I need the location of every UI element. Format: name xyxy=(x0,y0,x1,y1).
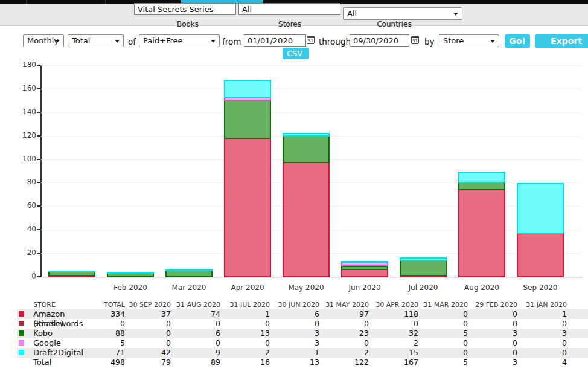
value-cell: 15 xyxy=(372,348,422,358)
bar-segment-kobo[interactable] xyxy=(283,135,330,164)
through-date-input[interactable] xyxy=(350,34,409,47)
value-cell: 0 xyxy=(125,319,174,329)
stores-filter-label: Stores xyxy=(257,20,323,28)
store-name-cell: Total xyxy=(17,358,91,367)
bar-segment-amazon-kindle-[interactable] xyxy=(341,269,388,277)
bar-segment-draft2digital[interactable] xyxy=(224,80,271,98)
bar-segment-draft2digital[interactable] xyxy=(165,269,213,271)
bar-segment-draft2digital[interactable] xyxy=(517,183,564,234)
store-name-cell: Kobo xyxy=(17,329,91,338)
value-cell: 1 xyxy=(521,309,570,319)
x-axis-label: Jul 2020 xyxy=(394,283,453,292)
sales-stacked-bar-chart: 020406080100120140160180Feb 2020Mar 2020… xyxy=(0,60,588,298)
store-name-cell: Smashwords xyxy=(17,319,91,329)
calendar-icon[interactable]: 31 xyxy=(307,36,315,44)
row-filler xyxy=(570,319,588,329)
group-by-select[interactable]: Store xyxy=(439,34,499,47)
bar-segment-kobo[interactable] xyxy=(458,182,505,190)
value-cell: 118 xyxy=(372,309,422,319)
y-axis-label: 80 xyxy=(10,178,36,186)
y-axis-label: 20 xyxy=(10,248,36,257)
store-name: Total xyxy=(33,358,51,367)
column-header: 31 MAR 2020 xyxy=(422,300,471,309)
from-date-input[interactable] xyxy=(244,34,306,47)
value-cell: 13 xyxy=(224,329,273,338)
value-cell: 0 xyxy=(174,338,224,348)
calendar-icon-number: 31 xyxy=(412,39,418,43)
bar-segment-draft2digital[interactable] xyxy=(48,271,95,272)
value-cell: 1 xyxy=(273,348,323,358)
value-cell: 0 xyxy=(471,309,521,319)
y-axis-tick xyxy=(37,65,41,66)
column-header: TOTAL xyxy=(91,300,125,309)
value-cell: 3 xyxy=(273,338,323,348)
calendar-icon-top xyxy=(412,36,418,38)
value-cell: 89 xyxy=(174,358,224,367)
legend-swatch xyxy=(19,350,24,355)
value-cell: 9 xyxy=(174,348,224,358)
row-filler xyxy=(570,309,588,319)
x-axis-label: May 2020 xyxy=(276,283,336,292)
bar-segment-amazon-kindle-[interactable] xyxy=(517,233,564,277)
value-cell: 32 xyxy=(372,329,422,338)
y-axis-tick xyxy=(37,205,41,207)
store-name-cell: Draft2Digital xyxy=(17,348,91,358)
sale-type-value: Paid+Free xyxy=(143,36,183,45)
value-cell: 167 xyxy=(372,358,422,367)
column-header: 31 JUL 2020 xyxy=(224,300,273,309)
value-cell: 23 xyxy=(323,329,372,338)
go-button[interactable]: Go! xyxy=(505,34,530,48)
column-header: 31 AUG 2020 xyxy=(174,300,224,309)
y-axis-tick xyxy=(37,88,41,89)
value-cell: 1 xyxy=(224,309,273,319)
value-cell: 0 xyxy=(125,329,174,338)
bar-segment-draft2digital[interactable] xyxy=(107,272,154,274)
bar-segment-amazon-kindle-[interactable] xyxy=(224,138,271,277)
bar-segment-amazon-kindle-[interactable] xyxy=(458,189,505,277)
by-label: by xyxy=(424,37,435,47)
row-filler xyxy=(570,338,588,348)
value-cell: 0 xyxy=(422,309,471,319)
bar-segment-draft2digital[interactable] xyxy=(283,133,330,137)
store-name-cell: Amazon (Kindle) xyxy=(17,309,91,319)
stores-filter-input[interactable] xyxy=(238,3,340,15)
calendar-icon-number: 31 xyxy=(307,39,314,43)
y-axis-tick xyxy=(37,276,41,277)
gridline xyxy=(41,112,581,113)
store-name: Kobo xyxy=(33,329,53,338)
column-header: 31 MAY 2020 xyxy=(323,300,372,309)
value-cell: 0 xyxy=(521,319,570,329)
value-cell: 0 xyxy=(125,338,174,348)
calendar-icon[interactable]: 31 xyxy=(411,36,419,44)
header-filler xyxy=(570,300,588,309)
bar-segment-amazon-kindle-[interactable] xyxy=(283,162,330,277)
export-csv-option[interactable]: CSV xyxy=(283,48,309,59)
group-by-value: Store xyxy=(443,36,464,45)
metric-value: Total xyxy=(72,36,90,45)
value-cell: 0 xyxy=(372,319,422,329)
chevron-down-icon xyxy=(55,40,60,43)
value-cell: 2 xyxy=(372,338,422,348)
table-row: Draft2Digital7142921215000 xyxy=(17,348,588,358)
value-cell: 5 xyxy=(91,338,125,348)
bar-segment-kobo[interactable] xyxy=(224,100,271,138)
table-row: Amazon (Kindle)33437741697118001 xyxy=(17,309,588,319)
store-name-cell: Google xyxy=(17,338,91,348)
metric-select[interactable]: Total xyxy=(68,34,124,47)
y-axis-tick xyxy=(37,253,41,254)
column-header: 31 JAN 2020 xyxy=(521,300,570,309)
chevron-down-icon xyxy=(453,13,458,16)
bar-segment-kobo[interactable] xyxy=(400,260,447,276)
period-select[interactable]: Monthly xyxy=(23,34,64,47)
bar-segment-draft2digital[interactable] xyxy=(400,257,447,261)
value-cell: 42 xyxy=(125,348,174,358)
export-button[interactable]: Export xyxy=(535,34,588,48)
y-axis-tick xyxy=(37,112,41,113)
countries-filter-select[interactable]: All xyxy=(343,7,462,20)
tab-separator xyxy=(26,0,27,4)
sale-type-select[interactable]: Paid+Free xyxy=(139,34,220,47)
bar-segment-draft2digital[interactable] xyxy=(458,172,505,184)
books-filter-input[interactable] xyxy=(134,3,236,15)
bar-segment-draft2digital[interactable] xyxy=(341,261,388,263)
value-cell: 0 xyxy=(323,319,372,329)
